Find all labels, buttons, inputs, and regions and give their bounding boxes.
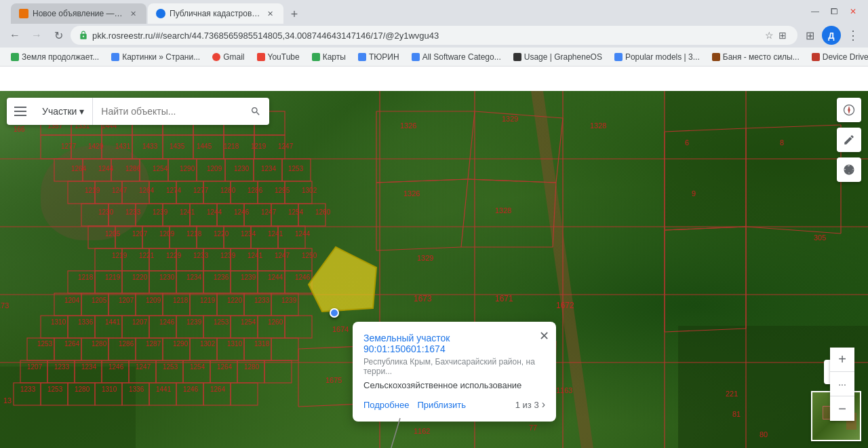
svg-line-126 xyxy=(468,111,475,179)
bookmark-1[interactable]: Земля продолжает... xyxy=(5,50,104,64)
reload-button[interactable]: ↻ xyxy=(49,26,68,45)
svg-text:1287: 1287 xyxy=(146,340,161,348)
svg-text:1218: 1218 xyxy=(78,274,94,281)
bookmark-6[interactable]: ТЮРИН xyxy=(353,50,405,64)
svg-text:1221: 1221 xyxy=(139,252,155,259)
svg-line-145 xyxy=(746,227,841,234)
browser-chrome: Новое объявление — Объявле... ✕ Публична… xyxy=(0,0,868,67)
svg-text:1310: 1310 xyxy=(227,340,243,348)
popup-counter[interactable]: 1 из 3 › xyxy=(515,398,545,411)
profile-puzzle-icon[interactable]: ⊞ xyxy=(778,30,789,41)
zoom-in-button[interactable]: + xyxy=(830,348,854,372)
svg-text:1244: 1244 xyxy=(207,208,222,216)
bottom-right-controls: + ··· − xyxy=(811,360,861,441)
svg-text:1318: 1318 xyxy=(254,340,270,348)
compass-button[interactable] xyxy=(837,98,861,122)
address-input-wrapper[interactable]: pkk.rosreestr.ru/#/search/44.73685659855… xyxy=(71,26,797,45)
svg-text:1234: 1234 xyxy=(81,363,97,371)
svg-text:1429: 1429 xyxy=(88,143,104,150)
svg-text:1247: 1247 xyxy=(261,208,277,216)
bookmarks-bar: Земля продолжает... Картинки » Страни...… xyxy=(0,48,868,67)
svg-rect-302 xyxy=(14,111,26,112)
svg-text:1219: 1219 xyxy=(200,297,216,304)
map-search-input[interactable] xyxy=(93,98,242,125)
svg-text:1260: 1260 xyxy=(315,208,331,216)
svg-text:1207: 1207 xyxy=(27,363,43,371)
svg-text:1326: 1326 xyxy=(403,189,420,198)
pencil-icon xyxy=(843,134,855,146)
window-minimize[interactable]: — xyxy=(806,2,825,21)
popup-close-button[interactable]: ✕ xyxy=(539,329,549,343)
svg-text:1247: 1247 xyxy=(278,143,294,150)
svg-line-146 xyxy=(665,227,746,230)
svg-text:1219: 1219 xyxy=(112,252,127,259)
svg-text:1277: 1277 xyxy=(193,187,209,194)
menu-button[interactable]: ⋮ xyxy=(844,26,863,45)
profile-button[interactable]: Д xyxy=(822,26,841,45)
back-button[interactable]: ← xyxy=(5,26,24,45)
bookmark-3[interactable]: Gmail xyxy=(207,50,250,64)
bookmark-5[interactable]: Карты xyxy=(307,50,351,64)
title-bar: Новое объявление — Объявле... ✕ Публична… xyxy=(0,0,868,23)
svg-text:1230: 1230 xyxy=(234,165,250,172)
svg-text:1234: 1234 xyxy=(261,165,277,172)
bk-4-favicon xyxy=(257,53,265,61)
svg-text:1274: 1274 xyxy=(166,187,182,194)
svg-text:1435: 1435 xyxy=(170,143,185,150)
bookmark-7[interactable]: All Software Catego... xyxy=(406,50,507,64)
window-maximize[interactable]: ⧠ xyxy=(825,2,844,21)
svg-text:1290: 1290 xyxy=(180,165,195,172)
extensions-button[interactable]: ⊞ xyxy=(800,26,819,45)
popup-details-link[interactable]: Подробнее xyxy=(363,400,409,410)
tab-1[interactable]: Новое объявление — Объявле... ✕ xyxy=(11,3,146,24)
map-pin[interactable] xyxy=(330,308,339,318)
bk-1-favicon xyxy=(11,53,19,61)
svg-text:1219: 1219 xyxy=(251,143,267,150)
tab-1-favicon xyxy=(19,9,28,18)
draw-button[interactable] xyxy=(837,128,861,152)
bookmark-2[interactable]: Картинки » Страни... xyxy=(106,50,205,64)
lock-icon xyxy=(79,31,88,40)
svg-text:1310: 1310 xyxy=(51,318,66,326)
map-search-button[interactable] xyxy=(242,98,269,125)
tab-1-close[interactable]: ✕ xyxy=(127,8,138,19)
svg-text:1209: 1209 xyxy=(159,230,175,238)
forward-button[interactable]: → xyxy=(27,26,46,45)
svg-text:1433: 1433 xyxy=(142,143,158,150)
bk-11-favicon xyxy=(812,53,820,61)
highlighted-parcel[interactable] xyxy=(295,240,390,329)
tab-2-close[interactable]: ✕ xyxy=(264,8,275,19)
browser-actions: ⊞ Д ⋮ xyxy=(800,26,863,45)
svg-text:166: 166 xyxy=(14,126,25,133)
popup-zoom-link[interactable]: Приблизить xyxy=(417,400,466,410)
svg-text:1244: 1244 xyxy=(268,274,283,281)
tab-2[interactable]: Публичная кадастровая карта ✕ xyxy=(148,3,283,24)
map-layer-select[interactable]: Участки ▾ xyxy=(34,98,93,125)
bookmark-4[interactable]: YouTube xyxy=(252,50,305,64)
svg-text:1247: 1247 xyxy=(112,187,127,194)
map-container[interactable]: 1200 1239 1357 1331 1444 166 1302 269 13… xyxy=(0,91,868,448)
bookmark-11[interactable]: Device Drivers File _ xyxy=(806,50,868,64)
svg-text:1207: 1207 xyxy=(132,230,148,238)
map-menu-button[interactable] xyxy=(7,98,34,125)
bookmark-10[interactable]: Баня - место силы... xyxy=(707,50,805,64)
popup-counter-arrow: › xyxy=(542,398,545,411)
location-button[interactable] xyxy=(837,157,861,182)
svg-text:1241: 1241 xyxy=(180,208,195,216)
new-tab-button[interactable]: + xyxy=(285,5,304,24)
bookmark-star-icon[interactable]: ☆ xyxy=(765,30,776,41)
zoom-out-button[interactable]: − xyxy=(830,396,854,421)
svg-text:6: 6 xyxy=(685,138,689,147)
svg-text:1239: 1239 xyxy=(241,274,256,281)
bookmark-9[interactable]: Popular models | 3... xyxy=(609,50,705,64)
svg-rect-124 xyxy=(231,383,258,405)
window-close[interactable]: ✕ xyxy=(844,2,863,21)
svg-text:1253: 1253 xyxy=(37,340,53,348)
bookmark-8[interactable]: Usage | GrapheneOS xyxy=(508,50,608,64)
svg-line-133 xyxy=(461,179,468,247)
svg-text:1441: 1441 xyxy=(105,318,121,326)
svg-text:1233: 1233 xyxy=(125,208,141,216)
svg-line-139 xyxy=(665,128,746,132)
svg-text:1286: 1286 xyxy=(125,165,141,172)
bk-8-favicon xyxy=(513,53,521,61)
